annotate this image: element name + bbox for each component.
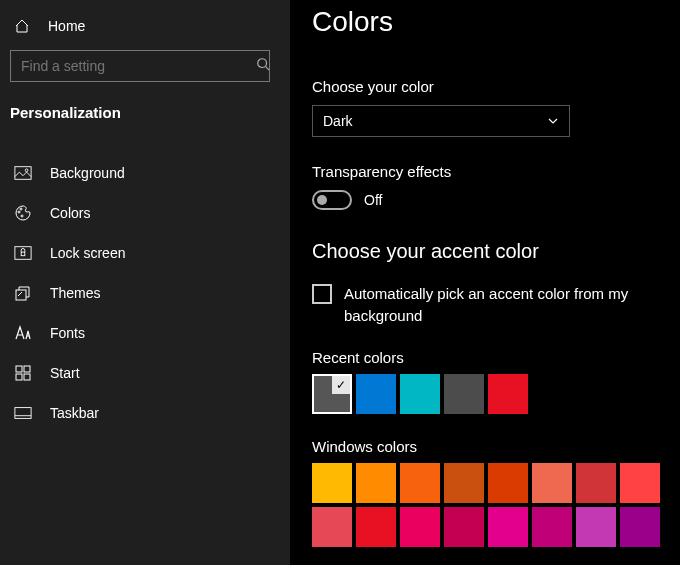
sidebar-item-label: Fonts (50, 325, 85, 341)
recent-color-swatch[interactable]: ✓ (312, 374, 352, 414)
svg-point-2 (25, 169, 28, 172)
sidebar-item-label: Themes (50, 285, 101, 301)
windows-color-swatch[interactable] (532, 507, 572, 547)
sidebar-item-taskbar[interactable]: Taskbar (0, 393, 290, 433)
svg-rect-13 (15, 408, 31, 419)
svg-rect-1 (15, 167, 31, 180)
windows-color-swatch[interactable] (444, 507, 484, 547)
section-title: Personalization (0, 92, 290, 135)
sidebar-item-label: Background (50, 165, 125, 181)
svg-rect-12 (24, 374, 30, 380)
chevron-down-icon (547, 115, 559, 127)
choose-color-label: Choose your color (312, 78, 680, 95)
taskbar-icon (14, 404, 32, 422)
windows-colors-grid (312, 463, 680, 547)
windows-color-swatch[interactable] (488, 463, 528, 503)
windows-color-swatch[interactable] (620, 507, 660, 547)
svg-point-4 (20, 208, 22, 210)
svg-point-3 (18, 211, 20, 213)
fonts-icon (14, 324, 32, 342)
check-icon: ✓ (332, 376, 350, 394)
sidebar-item-label: Taskbar (50, 405, 99, 421)
toggle-knob (317, 195, 327, 205)
windows-color-swatch[interactable] (576, 463, 616, 503)
recent-colors-row: ✓ (312, 374, 680, 414)
recent-color-swatch[interactable] (444, 374, 484, 414)
windows-color-swatch[interactable] (400, 507, 440, 547)
auto-accent-label: Automatically pick an accent color from … (344, 283, 680, 327)
start-icon (14, 364, 32, 382)
page-title: Colors (312, 0, 680, 38)
themes-icon (14, 284, 32, 302)
svg-rect-11 (16, 374, 22, 380)
windows-color-swatch[interactable] (356, 463, 396, 503)
transparency-toggle[interactable] (312, 190, 352, 210)
lock-screen-icon (14, 244, 32, 262)
windows-color-swatch[interactable] (532, 463, 572, 503)
auto-accent-checkbox[interactable] (312, 284, 332, 304)
picture-icon (14, 164, 32, 182)
main-content: Colors Choose your color Dark Transparen… (290, 0, 680, 565)
windows-color-swatch[interactable] (576, 507, 616, 547)
sidebar-item-start[interactable]: Start (0, 353, 290, 393)
svg-point-0 (258, 59, 267, 68)
search-container (0, 42, 290, 92)
svg-rect-8 (16, 290, 26, 300)
windows-color-swatch[interactable] (312, 463, 352, 503)
windows-color-swatch[interactable] (400, 463, 440, 503)
choose-color-value: Dark (323, 113, 353, 129)
recent-color-swatch[interactable] (356, 374, 396, 414)
sidebar-item-colors[interactable]: Colors (0, 193, 290, 233)
sidebar-item-label: Colors (50, 205, 90, 221)
sidebar-item-themes[interactable]: Themes (0, 273, 290, 313)
nav-list: Background Colors Lock screen Themes Fon… (0, 153, 290, 433)
sidebar-item-fonts[interactable]: Fonts (0, 313, 290, 353)
windows-color-swatch[interactable] (312, 507, 352, 547)
recent-color-swatch[interactable] (488, 374, 528, 414)
choose-color-select[interactable]: Dark (312, 105, 570, 137)
windows-color-swatch[interactable] (444, 463, 484, 503)
search-input[interactable] (10, 50, 270, 82)
sidebar-item-background[interactable]: Background (0, 153, 290, 193)
accent-heading: Choose your accent color (312, 240, 680, 263)
sidebar-item-lock-screen[interactable]: Lock screen (0, 233, 290, 273)
svg-point-5 (21, 215, 23, 217)
recent-colors-label: Recent colors (312, 349, 680, 366)
sidebar: Home Personalization Background Colors L… (0, 0, 290, 565)
windows-color-swatch[interactable] (488, 507, 528, 547)
windows-color-swatch[interactable] (620, 463, 660, 503)
home-icon (14, 18, 30, 34)
sidebar-item-label: Lock screen (50, 245, 125, 261)
home-label: Home (48, 18, 85, 34)
svg-rect-9 (16, 366, 22, 372)
windows-colors-label: Windows colors (312, 438, 680, 455)
recent-color-swatch[interactable] (400, 374, 440, 414)
sidebar-item-label: Start (50, 365, 80, 381)
home-button[interactable]: Home (0, 10, 290, 42)
palette-icon (14, 204, 32, 222)
transparency-label: Transparency effects (312, 163, 680, 180)
windows-color-swatch[interactable] (356, 507, 396, 547)
svg-rect-10 (24, 366, 30, 372)
transparency-value: Off (364, 192, 382, 208)
search-icon (256, 57, 270, 71)
svg-rect-7 (21, 252, 25, 256)
